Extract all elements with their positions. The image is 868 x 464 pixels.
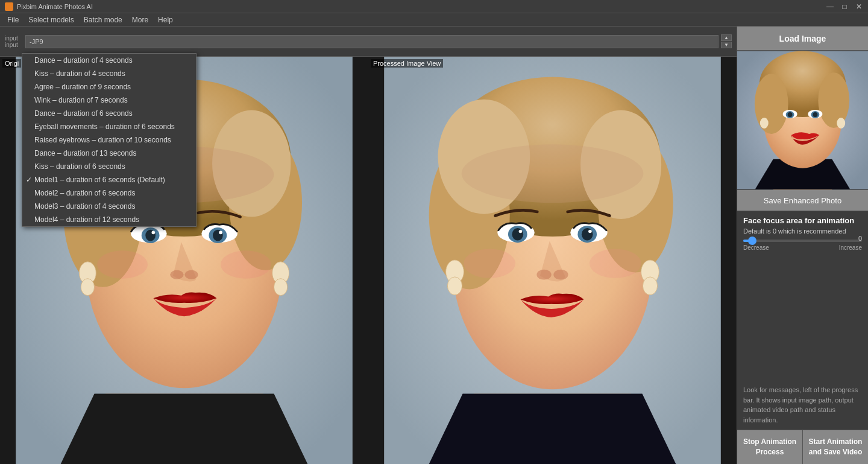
svg-point-17 [219, 231, 222, 235]
slider-increase-label: Increase [839, 244, 862, 251]
minimize-button[interactable]: — [826, 2, 834, 11]
dropdown-item[interactable]: Dance – duration of 13 seconds [22, 147, 196, 160]
thumbnail-container [737, 51, 868, 189]
slider-value: 0 [858, 235, 862, 242]
dropdown-item[interactable]: Eyeball movements – duration of 6 second… [22, 120, 196, 133]
svg-point-21 [221, 250, 271, 279]
save-enhanced-button[interactable]: Save Enhanced Photo [737, 189, 868, 211]
svg-point-19 [184, 270, 198, 279]
menu-file[interactable]: File [2, 14, 24, 25]
main-layout: input input ▲ ▼ Origi [0, 27, 868, 464]
svg-point-44 [536, 270, 551, 280]
start-animation-button[interactable]: Start Animation and Save Video [803, 430, 868, 464]
toolbar-labels: input input [5, 35, 23, 48]
original-panel-label: Origi [2, 59, 21, 68]
menu-batch-mode[interactable]: Batch mode [79, 14, 127, 25]
dropdown-item[interactable]: Model1 – duration of 6 seconds (Default) [22, 173, 196, 186]
svg-point-64 [760, 118, 769, 129]
menu-select-models[interactable]: Select models [24, 14, 78, 25]
svg-point-46 [464, 249, 515, 278]
svg-point-42 [582, 228, 593, 240]
stop-animation-button[interactable]: Stop Animation Process [737, 430, 803, 464]
svg-point-13 [152, 231, 156, 235]
svg-point-63 [813, 112, 817, 117]
file-path-input[interactable] [25, 35, 719, 48]
scroll-buttons: ▲ ▼ [721, 34, 732, 48]
svg-point-35 [462, 144, 644, 203]
svg-point-49 [447, 277, 462, 295]
dropdown-item[interactable]: Model4 – duration of 12 seconds [22, 213, 196, 226]
close-button[interactable]: ✕ [855, 2, 863, 11]
svg-point-25 [274, 279, 287, 296]
menu-help[interactable]: Help [153, 14, 178, 25]
svg-point-47 [590, 249, 641, 278]
dropdown-item[interactable]: Kiss – duration of 4 seconds [22, 67, 196, 80]
processed-face-svg [368, 57, 737, 464]
svg-point-20 [97, 250, 148, 279]
title-bar-left: Pixbim Animate Photos AI [5, 2, 93, 11]
svg-point-45 [553, 270, 568, 280]
svg-point-23 [81, 279, 94, 296]
slider-labels: Decrease Increase [743, 244, 862, 251]
dropdown-item[interactable]: Agree – duration of 9 seconds [22, 80, 196, 94]
scroll-up-button[interactable]: ▲ [721, 34, 732, 41]
slider-thumb[interactable] [748, 237, 756, 245]
svg-point-39 [519, 230, 523, 234]
dropdown-item[interactable]: Wink – duration of 7 seconds [22, 94, 196, 107]
svg-point-65 [837, 118, 845, 129]
svg-point-51 [643, 277, 657, 295]
toolbar: input input ▲ ▼ [0, 27, 737, 57]
maximize-button[interactable]: □ [840, 2, 849, 11]
bottom-buttons: Stop Animation Process Start Animation a… [737, 430, 868, 464]
slider-decrease-label: Decrease [743, 244, 769, 251]
face-focus-title: Face focus area for animation [743, 216, 862, 225]
content-area: input input ▲ ▼ Origi [0, 27, 737, 464]
dropdown-item[interactable]: Dance – duration of 4 seconds [22, 54, 196, 67]
dropdown-item[interactable]: Raised eyebrows – duration of 10 seconds [22, 133, 196, 147]
dropdown-item[interactable]: Kiss – duration of 6 seconds [22, 160, 196, 173]
face-focus-subtitle: Default is 0 which is recommended [743, 227, 862, 235]
input-label-1: input [5, 35, 23, 42]
thumbnail-svg [737, 51, 868, 189]
face-focus-section: Face focus area for animation Default is… [737, 211, 868, 380]
processed-panel-label: Processed Image View [371, 59, 443, 68]
svg-point-57 [818, 72, 849, 128]
svg-point-38 [512, 228, 523, 240]
menu-more[interactable]: More [127, 14, 153, 25]
right-sidebar: Load Image [737, 27, 868, 464]
svg-point-60 [788, 112, 793, 117]
app-title: Pixbim Animate Photos AI [17, 3, 93, 10]
svg-point-18 [170, 270, 183, 279]
app-icon [5, 2, 13, 11]
title-bar-controls: — □ ✕ [826, 2, 863, 11]
menu-bar: File Select models Batch mode More Help [0, 13, 868, 27]
svg-point-56 [755, 74, 788, 134]
load-image-button[interactable]: Load Image [737, 27, 868, 51]
processed-image-panel: Processed Image View [368, 57, 737, 464]
svg-point-43 [588, 230, 592, 234]
dropdown-item[interactable]: Model2 – duration of 6 seconds [22, 186, 196, 200]
title-bar: Pixbim Animate Photos AI — □ ✕ [0, 0, 868, 13]
dropdown-item[interactable]: Model3 – duration of 4 seconds [22, 200, 196, 213]
slider-track [743, 240, 862, 242]
scroll-down-button[interactable]: ▼ [721, 42, 732, 48]
input-label-2: input [5, 42, 23, 48]
dropdown-item[interactable]: Dance – duration of 6 seconds [22, 107, 196, 120]
file-path-container: ▲ ▼ [25, 34, 732, 48]
dropdown-menu: Dance – duration of 4 secondsKiss – dura… [22, 53, 197, 227]
slider-container: 0 [743, 240, 862, 242]
info-text: Look for messages, left of the progress … [737, 380, 868, 430]
